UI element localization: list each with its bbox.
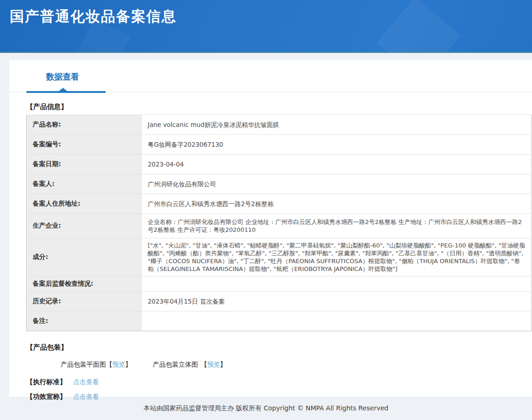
bracket-open: 【 [201, 361, 207, 368]
row-value: 粤G妆网备字2023067130 [142, 135, 532, 155]
row-value: 广州润研化妆品有限公司 [142, 174, 532, 194]
table-row: 备注: [27, 311, 532, 331]
table-row: 备案人: 广州润研化妆品有限公司 [27, 174, 532, 194]
row-label: 历史记录: [27, 292, 142, 311]
exec-standard-view-link[interactable]: 点击查看 [73, 378, 99, 385]
row-value: Jane volcanic mud妍泥冷泉冰泥精华抗皱面膜 [142, 115, 532, 135]
table-row: 产品名称: Jane volcanic mud妍泥冷泉冰泥精华抗皱面膜 [27, 115, 532, 135]
efficacy-claim-view-link[interactable]: 点击查看 [73, 393, 99, 400]
row-label: 备案日期: [27, 155, 142, 174]
product-info-table: 产品名称: Jane volcanic mud妍泥冷泉冰泥精华抗皱面膜 备案编号… [26, 115, 532, 331]
tab-active-underline [26, 91, 106, 93]
bracket-open: 【 [106, 361, 112, 368]
exec-standard-row: 【执行标准】点击查看 [26, 378, 532, 386]
row-label: 备案人住所地址: [27, 194, 142, 214]
packaging-stereo-label: 产品包装立体图 [153, 361, 198, 368]
table-row: 备案日期: 2023-04-04 [27, 155, 532, 174]
row-value: 广州市白云区人和镇秀水塘西一路2号2栋整栋 [142, 194, 532, 214]
content-card: 数据查看 【产品信息】 产品名称: Jane volcanic mud妍泥冷泉冰… [9, 60, 532, 397]
table-row: 生产企业: 企业名称：广州润研化妆品有限公司 企业地址：广州市白云区人和镇秀水塘… [27, 214, 532, 238]
row-label: 备案编号: [27, 135, 142, 155]
footer-text: 本站由国家药品监督管理局主办 版权所有 Copyright © NMPA All… [144, 404, 388, 413]
row-value: ["水", "火山泥", "甘油", "液体石蜡", "鲸蜡硬脂醇", "聚二甲… [142, 238, 532, 276]
row-value [142, 276, 532, 292]
section-heading-product-info: 【产品信息】 [26, 103, 532, 111]
row-label: 产品名称: [27, 115, 142, 135]
table-row: 备案编号: 粤G妆网备字2023067130 [27, 135, 532, 155]
row-label: 成分: [27, 238, 142, 276]
packaging-links-row: 产品包装平面图【预览】产品包装立体图【预览】 [61, 361, 532, 369]
table-row: 备案后监督检查情况: [27, 276, 532, 292]
efficacy-claim-row: 【功效宣称】点击查看 [26, 392, 532, 401]
exec-standard-label: 【执行标准】 [26, 378, 66, 385]
section-heading-packaging: 【产品包装】 [26, 343, 532, 352]
packaging-flat-label: 产品包装平面图 [61, 361, 106, 368]
row-value: 2023年04月15日 首次备案 [142, 292, 532, 311]
row-label: 生产企业: [27, 214, 142, 238]
row-label: 备注: [27, 311, 142, 331]
efficacy-claim-label: 【功效宣称】 [26, 393, 66, 400]
row-value [142, 311, 532, 331]
table-row: 备案人住所地址: 广州市白云区人和镇秀水塘西一路2号2栋整栋 [27, 194, 532, 214]
row-label: 备案人: [27, 174, 142, 194]
page-title: 国产普通化妆品备案信息 [0, 0, 532, 26]
bracket-close: 】 [125, 361, 132, 368]
tab-pointer-triangle-icon [59, 88, 67, 91]
packaging-stereo-preview-link[interactable]: 预览 [207, 361, 220, 368]
tab-data-view[interactable]: 数据查看 [46, 71, 79, 82]
bracket-close: 】 [220, 361, 226, 368]
tab-bar: 数据查看 [9, 60, 532, 92]
row-label: 备案后监督检查情况: [27, 276, 142, 292]
table-row: 历史记录: 2023年04月15日 首次备案 [27, 292, 532, 311]
page-header: 国产普通化妆品备案信息 [0, 0, 532, 53]
row-value: 企业名称：广州润研化妆品有限公司 企业地址：广州市白云区人和镇秀水塘西一路2号2… [142, 214, 532, 238]
packaging-flat-preview-link[interactable]: 预览 [112, 361, 125, 368]
row-value: 2023-04-04 [142, 155, 532, 174]
table-row: 成分: ["水", "火山泥", "甘油", "液体石蜡", "鲸蜡硬脂醇", … [27, 238, 532, 276]
